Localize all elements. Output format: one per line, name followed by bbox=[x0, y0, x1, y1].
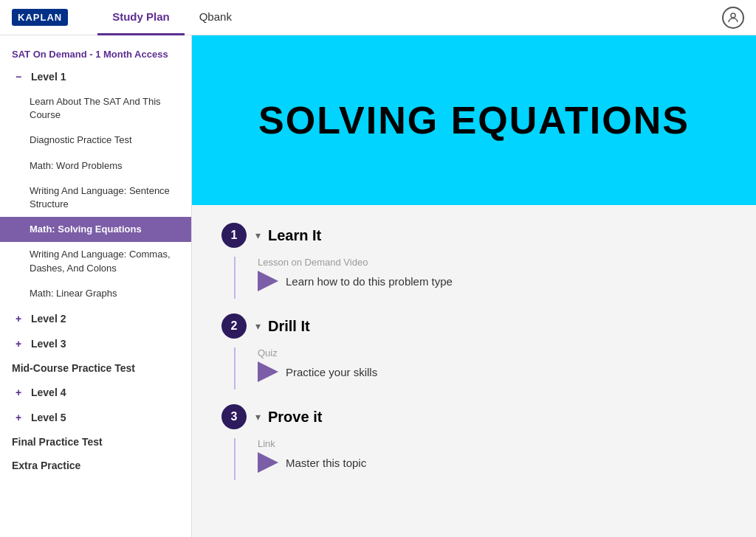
step-3-section: 3 ▾ Prove it Link Master this topic bbox=[221, 404, 726, 480]
hero-title: SOLVING EQUATIONS bbox=[258, 98, 690, 142]
sidebar-item-sat-intro[interactable]: Learn About The SAT And This Course bbox=[0, 89, 191, 128]
step-2-chevron[interactable]: ▾ bbox=[255, 320, 261, 332]
sidebar-level5[interactable]: + Level 5 bbox=[0, 405, 191, 430]
step-2-section: 2 ▾ Drill It Quiz Practice your skills bbox=[221, 313, 726, 389]
sidebar-level4[interactable]: + Level 4 bbox=[0, 380, 191, 405]
level4-expand-icon[interactable]: + bbox=[12, 386, 25, 399]
steps-container: 1 ▾ Learn It Lesson on Demand Video Lear… bbox=[192, 205, 756, 513]
header: KAPLAN Study Plan Qbank bbox=[0, 0, 756, 35]
level5-label: Level 5 bbox=[31, 412, 66, 423]
step-3-name: Prove it bbox=[268, 409, 322, 426]
sidebar-level1[interactable]: − Level 1 bbox=[0, 64, 191, 89]
step-1-number: 1 bbox=[221, 223, 247, 248]
sidebar-level3[interactable]: + Level 3 bbox=[0, 331, 191, 356]
step-3-play-button[interactable] bbox=[258, 452, 278, 473]
step-2-header: 2 ▾ Drill It bbox=[221, 313, 726, 339]
step-3-header: 3 ▾ Prove it bbox=[221, 404, 726, 429]
step-1-name: Learn It bbox=[268, 227, 321, 244]
step-1-action-text: Learn how to do this problem type bbox=[286, 275, 453, 288]
step-3-action: Master this topic bbox=[258, 452, 726, 473]
sidebar-item-diagnostic[interactable]: Diagnostic Practice Test bbox=[0, 128, 191, 153]
step-3-action-text: Master this topic bbox=[286, 457, 366, 469]
step-1-section: 1 ▾ Learn It Lesson on Demand Video Lear… bbox=[221, 223, 726, 299]
level1-collapse-icon[interactable]: − bbox=[12, 70, 25, 83]
sidebar-course-title: SAT On Demand - 1 Month Access bbox=[0, 41, 191, 64]
level2-expand-icon[interactable]: + bbox=[12, 312, 25, 325]
sidebar-item-solving-equations[interactable]: Math: Solving Equations bbox=[0, 217, 191, 242]
sidebar-item-commas-dashes[interactable]: Writing And Language: Commas, Dashes, An… bbox=[0, 242, 191, 280]
level5-expand-icon[interactable]: + bbox=[12, 411, 25, 424]
sidebar-item-word-problems[interactable]: Math: Word Problems bbox=[0, 153, 191, 179]
tab-study-plan[interactable]: Study Plan bbox=[97, 0, 185, 35]
step-2-number: 2 bbox=[221, 313, 247, 339]
sidebar-item-linear-graphs[interactable]: Math: Linear Graphs bbox=[0, 281, 191, 306]
sidebar-item-sentence-structure[interactable]: Writing And Language: Sentence Structure bbox=[0, 179, 191, 217]
hero-banner: SOLVING EQUATIONS bbox=[192, 35, 756, 205]
step-2-name: Drill It bbox=[268, 318, 310, 335]
svg-point-0 bbox=[731, 13, 735, 18]
step-1-action: Learn how to do this problem type bbox=[258, 271, 726, 291]
level3-expand-icon[interactable]: + bbox=[12, 337, 25, 350]
main-layout: SAT On Demand - 1 Month Access − Level 1… bbox=[0, 35, 756, 537]
logo: KAPLAN bbox=[12, 9, 68, 26]
step-3-sub-label: Link bbox=[258, 438, 726, 449]
nav-tabs: Study Plan Qbank bbox=[97, 0, 722, 35]
level2-label: Level 2 bbox=[31, 313, 66, 325]
sidebar-final-practice[interactable]: Final Practice Test bbox=[0, 430, 191, 454]
step-3-content: Link Master this topic bbox=[234, 438, 726, 480]
step-2-play-button[interactable] bbox=[258, 361, 278, 382]
step-2-content: Quiz Practice your skills bbox=[234, 347, 726, 389]
step-1-header: 1 ▾ Learn It bbox=[221, 223, 726, 248]
sidebar-extra-practice[interactable]: Extra Practice bbox=[0, 454, 191, 477]
step-1-content: Lesson on Demand Video Learn how to do t… bbox=[234, 257, 726, 299]
step-3-number: 3 bbox=[221, 404, 247, 429]
sidebar-level2[interactable]: + Level 2 bbox=[0, 306, 191, 331]
step-3-chevron[interactable]: ▾ bbox=[255, 411, 261, 423]
step-1-chevron[interactable]: ▾ bbox=[255, 229, 261, 241]
step-2-action: Practice your skills bbox=[258, 361, 726, 382]
step-1-play-button[interactable] bbox=[258, 271, 278, 291]
level1-label: Level 1 bbox=[31, 71, 66, 83]
step-2-sub-label: Quiz bbox=[258, 347, 726, 358]
logo-container: KAPLAN bbox=[12, 9, 68, 26]
sidebar-mid-course[interactable]: Mid-Course Practice Test bbox=[0, 356, 191, 380]
level3-label: Level 3 bbox=[31, 338, 66, 350]
sidebar: SAT On Demand - 1 Month Access − Level 1… bbox=[0, 35, 192, 537]
user-icon[interactable] bbox=[722, 7, 744, 29]
content-area: SOLVING EQUATIONS 1 ▾ Learn It Lesson on… bbox=[192, 35, 756, 537]
step-1-sub-label: Lesson on Demand Video bbox=[258, 257, 726, 268]
level4-label: Level 4 bbox=[31, 387, 66, 398]
tab-qbank[interactable]: Qbank bbox=[185, 0, 247, 35]
step-2-action-text: Practice your skills bbox=[286, 366, 377, 378]
